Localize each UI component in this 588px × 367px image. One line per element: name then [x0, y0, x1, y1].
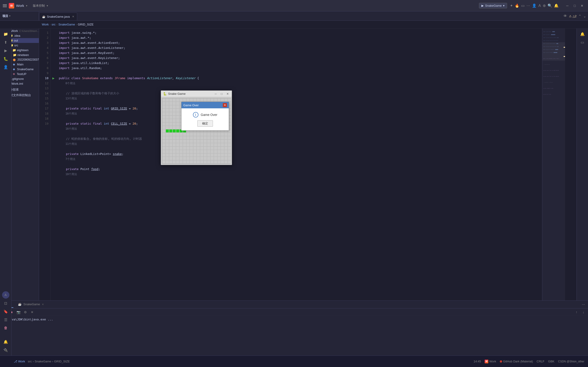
- sidebar-project-icon[interactable]: 📁: [2, 30, 9, 38]
- snake-cell: [217, 98, 221, 102]
- fire-icon[interactable]: 🔥: [515, 3, 519, 8]
- snake-cell: [176, 126, 179, 129]
- snake-cell: [217, 160, 221, 164]
- maximize-button[interactable]: □: [571, 2, 578, 9]
- minimap-warning-2: [564, 56, 565, 57]
- layout-icon[interactable]: ▭: [521, 3, 525, 8]
- snake-cell: [224, 160, 228, 164]
- sidebar-run-icon[interactable]: ▶: [2, 47, 9, 54]
- breadcrumb-work[interactable]: Work: [42, 23, 49, 26]
- notifications-icon[interactable]: 🔔: [554, 3, 559, 8]
- code-line-21: private LinkedList<Point> snake;: [59, 151, 574, 157]
- snake-game-window[interactable]: 🐍 Snake Game ─ □ ✕ Game Over ✕: [161, 91, 232, 165]
- snake-maximize-button[interactable]: □: [219, 92, 224, 96]
- snake-cell: [190, 160, 193, 164]
- search-icon[interactable]: 🔍: [548, 3, 552, 8]
- bottom-tabs: 运行 ☕ SnakeGame ✕ ⋯: [0, 301, 588, 309]
- snake-cell: [190, 150, 193, 153]
- snake-cell: [221, 160, 224, 164]
- snake-cell: [176, 102, 179, 105]
- copilot-icon[interactable]: ✦: [510, 3, 513, 8]
- snake-cell: [176, 150, 179, 153]
- console-output[interactable]: D:\Java\JDK\bin\java.exe ...: [0, 316, 588, 356]
- project-panel-chevron: ▾: [9, 15, 11, 17]
- editor-tab-snakegame[interactable]: ☕ SnakeGame.java ✕: [39, 13, 77, 20]
- sidebar-delete-icon[interactable]: 🗑: [2, 324, 9, 332]
- code-content[interactable]: import javax.swing.*; import java.awt.*;…: [56, 28, 577, 300]
- warning-count[interactable]: ⚠ △2: [569, 15, 577, 18]
- sidebar-commit-icon[interactable]: ⬆: [2, 39, 9, 46]
- code-line-7: import java.util.LinkedList;: [59, 61, 574, 66]
- snake-cell: [228, 153, 231, 157]
- minimize-button[interactable]: ─: [564, 2, 571, 9]
- snake-cell: [193, 133, 197, 136]
- status-crlf[interactable]: CRLF: [537, 360, 544, 363]
- snake-tab-close[interactable]: ✕: [42, 303, 44, 306]
- ai-icon[interactable]: ⊕: [543, 3, 546, 8]
- snake-cell: [204, 140, 207, 143]
- breadcrumb-src[interactable]: src: [51, 23, 55, 26]
- status-branch[interactable]: ⎇ Work: [14, 360, 25, 363]
- sidebar-structure-icon[interactable]: ☰: [2, 316, 9, 323]
- sidebar-terminal-icon[interactable]: ⊡: [2, 300, 9, 307]
- snake-cell: [200, 98, 204, 102]
- snake-cell: [162, 112, 166, 116]
- sidebar-avatar-icon[interactable]: A: [2, 291, 9, 299]
- tab-close-icon[interactable]: ✕: [72, 15, 74, 18]
- sidebar-notifications-icon[interactable]: 🔔: [2, 338, 9, 345]
- close-button[interactable]: ✕: [579, 2, 585, 9]
- user-icon[interactable]: 👤: [532, 3, 537, 8]
- run-button-line10[interactable]: ▶: [51, 76, 56, 81]
- snake-minimize-button[interactable]: ─: [213, 92, 218, 96]
- collapse-icon[interactable]: ⌄: [583, 14, 586, 18]
- breadcrumb-snakegame[interactable]: SnakeGame: [58, 23, 75, 26]
- snake-cell: [186, 136, 190, 140]
- snake-cell: [162, 133, 166, 136]
- snake-cell: [179, 157, 183, 160]
- snake-cell: [166, 119, 169, 122]
- snake-cell: [176, 140, 179, 143]
- expand-icon[interactable]: ⌃: [578, 14, 581, 18]
- snake-cell: [214, 136, 217, 140]
- bottom-more-icon[interactable]: ⋯: [581, 302, 586, 307]
- snake-cell: [166, 146, 169, 150]
- more-icon[interactable]: ⋯: [527, 3, 530, 8]
- status-encoding[interactable]: GBK: [548, 360, 554, 363]
- snake-cell: [221, 150, 224, 153]
- right-sidebar-layout-icon[interactable]: ▭: [579, 39, 586, 46]
- sidebar-debug-icon[interactable]: 🐛: [2, 55, 9, 62]
- snake-cell: [193, 160, 197, 164]
- snake-cell: [176, 143, 179, 146]
- snake-game-tab[interactable]: ☕ SnakeGame ✕: [15, 302, 47, 307]
- snake-cell: [162, 143, 166, 146]
- eye-icon[interactable]: 👁: [563, 14, 567, 18]
- snake-cell: [193, 140, 197, 143]
- dialog-ok-button[interactable]: 确定: [197, 120, 213, 127]
- snake-cell: [172, 122, 176, 126]
- breadcrumb-gridsize[interactable]: GRID_SIZE: [78, 23, 94, 26]
- vcs-label[interactable]: 版本控制: [33, 4, 45, 8]
- screenshot-icon[interactable]: 📷: [16, 309, 21, 315]
- status-theme[interactable]: GitHub Dark (Material): [500, 360, 533, 363]
- scroll-down-icon[interactable]: ↓: [581, 309, 586, 315]
- scroll-up-icon[interactable]: ↑: [574, 309, 579, 315]
- snake-cell: [172, 129, 176, 133]
- tree-label-eighteen: eighteen: [17, 49, 28, 52]
- snake-close-button[interactable]: ✕: [225, 92, 230, 96]
- hamburger-menu-icon[interactable]: [3, 4, 7, 8]
- right-sidebar-notifications-icon[interactable]: 🔔: [579, 30, 586, 38]
- sidebar-profile-icon[interactable]: 👤: [2, 63, 9, 71]
- snake-cell: [190, 98, 193, 102]
- snake-cell: [200, 150, 204, 153]
- tree-label-snakegame: SnakeGame: [17, 67, 34, 71]
- dialog-close-button[interactable]: ✕: [223, 103, 227, 107]
- sidebar-bookmark-icon[interactable]: 🔖: [2, 308, 9, 315]
- translate-icon[interactable]: A: [538, 4, 541, 8]
- snake-cell: [172, 119, 176, 122]
- sidebar-plugins-icon[interactable]: 🔌: [2, 346, 9, 354]
- bottom-panel: 运行 ☕ SnakeGame ✕ ⋯ ↺ ■ 📷 ⚙ ✕ ↑ ↓ D:\Java…: [0, 300, 588, 356]
- close-console-icon[interactable]: ✕: [29, 309, 35, 315]
- snake-cell: [166, 102, 169, 105]
- settings-icon[interactable]: ⚙: [23, 309, 28, 315]
- run-snake-game-button[interactable]: ▶ SnakeGame ▾: [479, 3, 507, 8]
